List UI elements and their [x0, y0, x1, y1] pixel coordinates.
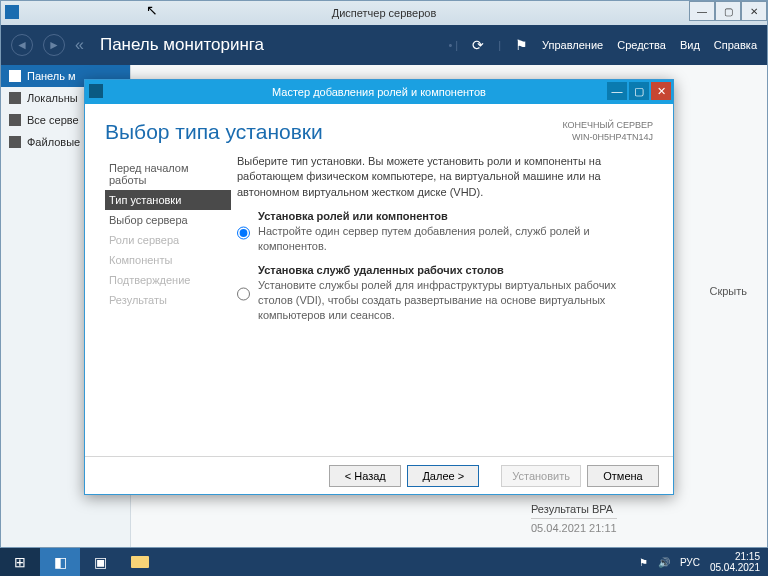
window-title: Диспетчер серверов: [332, 7, 437, 19]
close-button[interactable]: ✕: [741, 1, 767, 21]
folder-icon: [131, 556, 149, 568]
wizard-titlebar[interactable]: Мастер добавления ролей и компонентов — …: [85, 80, 673, 104]
menu-tools[interactable]: Средства: [617, 39, 666, 51]
taskbar: ⊞ ◧ ▣ ⚑ 🔊 РУС 21:15 05.04.2021: [0, 548, 768, 576]
nav-forward-button[interactable]: ►: [43, 34, 65, 56]
taskbar-explorer[interactable]: [120, 548, 160, 576]
tray-language[interactable]: РУС: [680, 557, 700, 568]
minimize-button[interactable]: —: [689, 1, 715, 21]
step-server-roles: Роли сервера: [105, 230, 231, 250]
wizard-minimize-button[interactable]: —: [607, 82, 627, 100]
tray-flag-icon[interactable]: ⚑: [639, 557, 648, 568]
start-button[interactable]: ⊞: [0, 548, 40, 576]
file-services-icon: [9, 136, 21, 148]
refresh-icon[interactable]: ⟳: [472, 37, 484, 53]
taskbar-server-manager[interactable]: ◧: [40, 548, 80, 576]
step-confirmation: Подтверждение: [105, 270, 231, 290]
destination-server: КОНЕЧНЫЙ СЕРВЕР WIN-0H5HP4TN14J: [562, 120, 653, 143]
bpa-label: Результаты BPA: [531, 500, 617, 518]
cancel-button[interactable]: Отмена: [587, 465, 659, 487]
wizard-close-button[interactable]: ✕: [651, 82, 671, 100]
step-server-selection[interactable]: Выбор сервера: [105, 210, 231, 230]
servers-icon: [9, 114, 21, 126]
wizard-heading: Выбор типа установки: [105, 120, 323, 144]
step-features: Компоненты: [105, 250, 231, 270]
install-button: Установить: [501, 465, 581, 487]
add-roles-wizard: Мастер добавления ролей и компонентов — …: [84, 79, 674, 495]
menu-manage[interactable]: Управление: [542, 39, 603, 51]
server-manager-header: ◄ ► « Панель мониторинга • | ⟳ | ⚑ Управ…: [1, 25, 767, 65]
wizard-content: Выберите тип установки. Вы можете устано…: [231, 154, 653, 332]
taskbar-powershell[interactable]: ▣: [80, 548, 120, 576]
option-role-based[interactable]: Установка ролей или компонентов Настройт…: [237, 210, 653, 254]
menu-help[interactable]: Справка: [714, 39, 757, 51]
wizard-footer: < Назад Далее > Установить Отмена: [85, 456, 673, 494]
menu-view[interactable]: Вид: [680, 39, 700, 51]
option-rds[interactable]: Установка служб удаленных рабочих столов…: [237, 264, 653, 323]
step-before-you-begin[interactable]: Перед началом работы: [105, 158, 231, 190]
wizard-steps: Перед началом работы Тип установки Выбор…: [105, 154, 231, 332]
wizard-icon: [89, 84, 103, 98]
maximize-button[interactable]: ▢: [715, 1, 741, 21]
page-title: Панель мониторинга: [100, 35, 264, 55]
dashboard-icon: [9, 70, 21, 82]
wizard-title: Мастер добавления ролей и компонентов: [272, 86, 486, 98]
step-results: Результаты: [105, 290, 231, 310]
cursor-icon: ↖: [146, 2, 158, 18]
tray-volume-icon[interactable]: 🔊: [658, 557, 670, 568]
wizard-maximize-button[interactable]: ▢: [629, 82, 649, 100]
bpa-time: 05.04.2021 21:11: [531, 518, 617, 537]
next-button[interactable]: Далее >: [407, 465, 479, 487]
radio-rds[interactable]: [237, 266, 250, 323]
back-button[interactable]: < Назад: [329, 465, 401, 487]
tray-clock[interactable]: 21:15 05.04.2021: [710, 551, 760, 573]
flag-icon[interactable]: ⚑: [515, 37, 528, 53]
nav-back-button[interactable]: ◄: [11, 34, 33, 56]
server-icon: [9, 92, 21, 104]
step-installation-type[interactable]: Тип установки: [105, 190, 231, 210]
server-manager-titlebar[interactable]: Диспетчер серверов — ▢ ✕: [1, 1, 767, 25]
server-manager-icon: [5, 5, 19, 19]
radio-role-based[interactable]: [237, 212, 250, 254]
wizard-intro: Выберите тип установки. Вы можете устано…: [237, 154, 653, 200]
hide-link[interactable]: Скрыть: [709, 285, 747, 297]
